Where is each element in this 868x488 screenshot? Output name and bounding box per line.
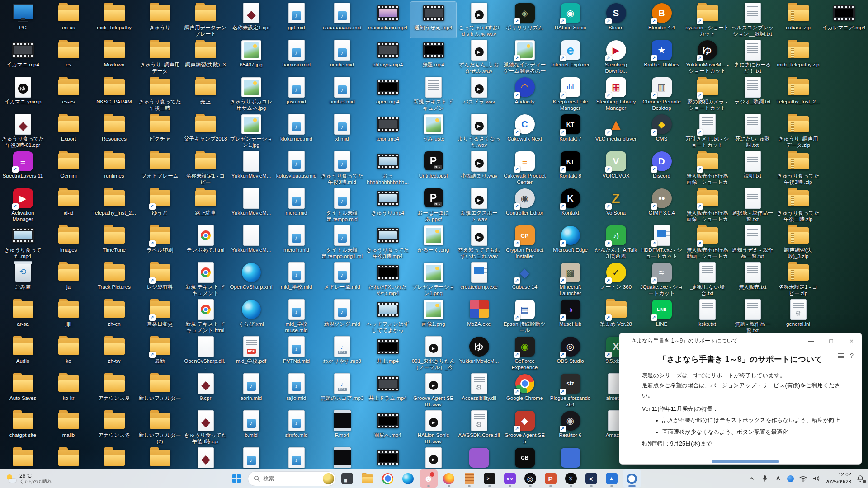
desktop-icon[interactable]: ◑↗MuseHub [547, 298, 593, 334]
desktop-icon[interactable]: ゆイカマニ.ymmp [0, 76, 46, 112]
desktop-icon[interactable]: OpenCvSharp.dll... [183, 335, 228, 371]
desktop-icon[interactable]: ✓↗ノートン 360 [593, 261, 639, 297]
notification-bell-icon[interactable] [856, 474, 864, 483]
desktop-icon[interactable]: きゅうり_調声用データ [137, 39, 183, 75]
desktop-icon[interactable]: ↗営業日変更 [137, 298, 183, 334]
desktop-icon[interactable]: ♪klokumed.mid [274, 113, 319, 149]
desktop-icon[interactable]: ♪PVTNd.mid [274, 335, 319, 371]
desktop-icon[interactable]: ▶小銭詰まり.wav [456, 150, 502, 186]
desktop-icon[interactable]: きゅうり_調声用データ.zip [775, 113, 821, 149]
desktop-icon[interactable]: ↗ゆうと [137, 187, 183, 223]
dialog-horizontal-scrollbar[interactable] [712, 460, 779, 463]
desktop-icon[interactable]: おっhhhhhhhhhhhhh... [365, 150, 410, 186]
desktop-icon[interactable]: ♪メドレー風.mid [319, 261, 365, 297]
desktop-icon[interactable]: teion.mp4 [365, 113, 410, 149]
minimize-button[interactable]: — [801, 333, 821, 348]
desktop-icon[interactable]: ♪mid_学校.mid [274, 261, 319, 297]
desktop-icon[interactable]: TimeTune [91, 224, 137, 260]
desktop-icon[interactable]: YukkuriMovieM... [228, 187, 274, 223]
desktop-icon[interactable]: 説明.txt [730, 150, 775, 186]
desktop-icon[interactable]: id-id [46, 187, 91, 223]
desktop-icon[interactable]: ↗無人販売不正行為画像 - ショートカット [684, 187, 730, 223]
desktop-icon[interactable]: ◎↗OBS Studio [547, 335, 593, 371]
desktop-icon[interactable]: ヘルスコンプレッション__歌詞.txt [730, 2, 775, 38]
desktop-icon[interactable]: 調声練習(失敗)_3.zip [775, 224, 821, 260]
weather-widget[interactable]: 28°C くもりのち晴れ [2, 469, 56, 488]
start-button[interactable] [227, 469, 245, 488]
desktop-icon[interactable]: ♪kotusytuaaus.mid [274, 150, 319, 186]
desktop-icon[interactable]: 調声練習(失敗)_3 [183, 39, 228, 75]
desktop-icon[interactable]: 無人販売.txt [730, 261, 775, 297]
desktop-icon[interactable]: ko [46, 335, 91, 371]
desktop-icon[interactable]: ▶HALion Sonic 01.wav [410, 409, 456, 446]
desktop-icon[interactable]: chatgpt-site [0, 409, 46, 446]
desktop-icon[interactable]: ★↗Brother Utilities [639, 39, 684, 75]
desktop-icon[interactable]: 死にたい_ゅ歌詞.txt [730, 113, 775, 149]
desktop-icon[interactable]: createdump.exe [456, 261, 502, 297]
desktop-icon[interactable]: ≡↗SpectraLayers 11 [0, 150, 46, 186]
list-icon[interactable] [838, 353, 844, 358]
taskbar-cubase[interactable]: < [582, 469, 600, 488]
desktop-icon[interactable]: ▶ずんだもん_しおかぜふ.wav [456, 39, 502, 75]
desktop-icon[interactable]: Gemini [46, 150, 91, 186]
desktop-icon[interactable]: 井上ドラム.mp4 [365, 372, 410, 408]
desktop-icon[interactable]: ≈↗JQuake.exe - ショートカット [639, 261, 684, 297]
desktop-icon[interactable]: Resources [91, 113, 137, 149]
desktop-icon[interactable]: PDFmid_学校.pdf [228, 335, 274, 371]
desktop-icon[interactable]: イカレマニア.mp4 [821, 2, 867, 38]
desktop-icon[interactable]: ♪gpt.mid [274, 2, 319, 38]
search-input[interactable]: 検索 [248, 471, 336, 486]
desktop-icon[interactable]: ♪b.mid [228, 409, 274, 446]
desktop-icon[interactable]: ♪新規ソング.mid [319, 298, 365, 334]
desktop-icon[interactable]: PNT2Untitled.ppsf [410, 150, 456, 186]
desktop-icon[interactable]: ♪タイトル未設定.tempo.mid [319, 187, 365, 223]
desktop-icon[interactable]: ja [46, 261, 91, 297]
desktop-icon[interactable]: ↗無人販売不正行為動画 - ショートカット [684, 224, 730, 260]
desktop-icon[interactable]: Auto Saves [0, 372, 46, 408]
desktop-icon[interactable]: ▶↗Steinberg Downlo... [593, 39, 639, 75]
desktop-icon[interactable]: F.mp4 [319, 409, 365, 446]
desktop-icon[interactable]: うみ.ustx [410, 113, 456, 149]
desktop-icon[interactable]: 父子キャンプ2018 [183, 113, 228, 149]
desktop-icon[interactable]: Telepathy_Inst_2... [91, 187, 137, 223]
desktop-icon[interactable]: ◉↗GeForce Experience [502, 335, 547, 371]
desktop-icon[interactable]: V↗VOICEVOX [593, 150, 639, 186]
desktop-icon[interactable]: ♪umibe.mid [319, 39, 365, 75]
desktop-icon[interactable]: ••↗GIMP 3.0.4 [639, 187, 684, 223]
desktop-icon[interactable]: ↗HDDFMT.exe - ショートカット [639, 224, 684, 260]
desktop-icon[interactable]: ↗Microsoft Edge [547, 224, 593, 260]
desktop-icon[interactable]: ラジオ_歌詞.txt [730, 76, 775, 112]
desktop-icon[interactable]: きゅうり食ってた午後3時 .zip [775, 150, 821, 186]
desktop-icon[interactable]: きゅうりボカコレ用サムネ.jpg [228, 76, 274, 112]
desktop-icon[interactable]: ♪umibet.mid [319, 76, 365, 112]
desktop-icon[interactable]: ◠↗Audacity [502, 76, 547, 112]
desktop-icon[interactable]: アナウンス夏 [91, 372, 137, 408]
desktop-icon[interactable]: 路上駐車 [183, 187, 228, 223]
search-highlight-icon[interactable] [323, 473, 334, 484]
desktop-icon[interactable]: es-es [46, 76, 91, 112]
taskbar-file-explorer[interactable] [359, 469, 377, 488]
desktop-icon[interactable]: きゅうり食ってた午後三時.zip [775, 187, 821, 223]
desktop-icon[interactable]: フォトフレーム [137, 150, 183, 186]
desktop-icon[interactable]: NKSC_PARAM [91, 76, 137, 112]
desktop-icon[interactable]: ◉↗HALion Sonic [547, 2, 593, 38]
desktop-icon[interactable]: K↗Kontakt [547, 187, 593, 223]
desktop-icon[interactable]: e↗Internet Explorer [547, 39, 593, 75]
desktop-icon[interactable]: ⚙AWSSDK.Core.dll [456, 409, 502, 446]
desktop-icon[interactable]: ↗孤独なインディーゲーム開発者の一生 ... [502, 39, 547, 75]
desktop-icon[interactable]: 無題.mp4 [410, 39, 456, 75]
desktop-icon[interactable]: OpenCvSharp.xml [228, 261, 274, 297]
desktop-icon[interactable]: ◆↗Cubase 14 [502, 261, 547, 297]
desktop-icon[interactable]: 新しいフォルダー [137, 372, 183, 408]
desktop-icon[interactable]: 名称未設定1.cpr [228, 2, 274, 38]
desktop-icon[interactable]: きゅうり食ってた午後3時.mp4 [365, 224, 410, 260]
desktop-icon[interactable]: ▶001_東北きりたん（ノーマル）_今じゃ... [410, 335, 456, 371]
desktop-icon[interactable]: C↗Cakewalk Next [502, 113, 547, 149]
desktop-icon[interactable]: ♪jusu.mid [274, 76, 319, 112]
desktop-icon[interactable]: ♪meroin.mid [274, 224, 319, 260]
desktop-icon[interactable]: ▲↗VLC media player [593, 113, 639, 149]
desktop-icon[interactable]: 通知うぜえ.mp4 [410, 2, 456, 38]
desktop-icon[interactable]: くらび.xml [228, 298, 274, 334]
desktop-icon[interactable]: ◆↗Groove Agent SE 5 [502, 409, 547, 446]
desktop-icon[interactable]: ♪aorin.mid [228, 372, 274, 408]
